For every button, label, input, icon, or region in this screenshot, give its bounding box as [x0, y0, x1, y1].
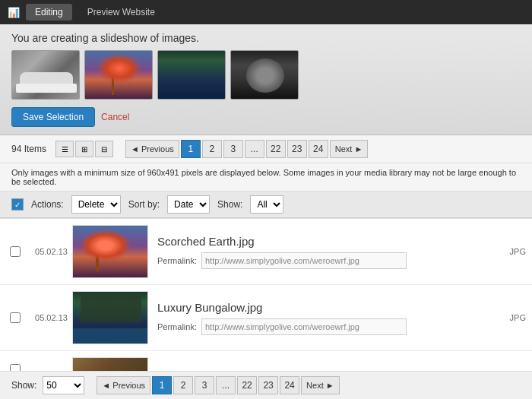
page-2-button-top[interactable]: 2: [202, 140, 222, 158]
row-title-2: Luxury Bungalow.jpg: [157, 301, 505, 314]
permalink-label-1: Permalink:: [157, 256, 197, 265]
slideshow-thumbnails: [11, 50, 521, 100]
thumbnail-car[interactable]: [11, 50, 80, 100]
tab-editing[interactable]: Editing: [26, 4, 72, 21]
page-22-button-bottom[interactable]: 22: [237, 376, 257, 394]
save-selection-button[interactable]: Save Selection: [11, 107, 95, 127]
row-checkbox-2[interactable]: [0, 312, 30, 323]
view-grid-small-button[interactable]: ⊞: [75, 141, 93, 157]
view-icons: ☰ ⊞ ⊟: [55, 141, 113, 157]
view-grid-large-button[interactable]: ⊟: [95, 141, 113, 157]
permalink-label-2: Permalink:: [157, 322, 197, 331]
permalink-input-2[interactable]: [201, 318, 407, 335]
prev-page-button-top[interactable]: ◄ Previous: [125, 140, 179, 158]
next-page-button-bottom[interactable]: Next ►: [301, 376, 340, 394]
row-permalink-1: Permalink:: [157, 252, 505, 269]
header-section: You are creating a slideshow of images. …: [0, 24, 532, 135]
table-row: 05.02.13 Scorched Earth.jpg Permalink: J…: [0, 219, 532, 285]
bottom-bar: Show: 50 ◄ Previous 1 2 3 ... 22 23 24 N…: [0, 371, 532, 399]
page-3-button-bottom[interactable]: 3: [195, 376, 214, 394]
chart-icon: 📊: [8, 7, 20, 18]
actions-bar: ✓ Actions: Delete Sort by: Date Show: Al…: [0, 192, 532, 218]
media-list: 05.02.13 Scorched Earth.jpg Permalink: J…: [0, 218, 532, 382]
row-date-1: 05.02.13: [30, 247, 72, 256]
action-buttons: Save Selection Cancel: [11, 107, 521, 127]
show-label-top: Show:: [217, 199, 242, 210]
page-24-button-bottom[interactable]: 24: [280, 376, 299, 394]
header-title: You are creating a slideshow of images.: [11, 32, 521, 44]
sortby-select[interactable]: Date: [167, 195, 210, 214]
permalink-input-1[interactable]: [201, 252, 407, 269]
row-permalink-2: Permalink:: [157, 318, 505, 335]
prev-page-button-bottom[interactable]: ◄ Previous: [97, 376, 150, 394]
row-thumbnail-2[interactable]: [72, 291, 148, 344]
row-ext-1: JPG: [505, 247, 532, 256]
warning-text: Only images with a minimum size of 960x4…: [0, 163, 532, 192]
bottom-pagination: ◄ Previous 1 2 3 ... 22 23 24 Next ►: [97, 376, 339, 394]
next-page-button-top[interactable]: Next ►: [330, 140, 369, 158]
items-count: 94 Items: [11, 144, 46, 154]
top-bar: 📊 Editing Preview Website: [0, 0, 532, 24]
row-info-2: Luxury Bungalow.jpg Permalink:: [157, 301, 505, 335]
page-1-button-bottom[interactable]: 1: [152, 376, 172, 394]
page-22-button-top[interactable]: 22: [266, 140, 286, 158]
actions-label: Actions:: [31, 199, 64, 210]
page-ellipsis-bottom: ...: [216, 376, 236, 394]
page-23-button-bottom[interactable]: 23: [258, 376, 278, 394]
items-bar: 94 Items ☰ ⊞ ⊟ ◄ Previous 1 2 3 ... 22 2…: [0, 135, 532, 163]
tab-preview-website[interactable]: Preview Website: [78, 4, 164, 21]
page-2-button-bottom[interactable]: 2: [173, 376, 193, 394]
view-list-button[interactable]: ☰: [55, 141, 74, 157]
row-thumbnail-1[interactable]: [72, 225, 148, 278]
page-3-button-top[interactable]: 3: [223, 140, 243, 158]
top-pagination: ◄ Previous 1 2 3 ... 22 23 24 Next ►: [125, 140, 368, 158]
row-ext-2: JPG: [505, 313, 532, 322]
row-info-1: Scorched Earth.jpg Permalink:: [157, 235, 505, 269]
show-select-top[interactable]: All: [250, 195, 283, 214]
page-24-button-top[interactable]: 24: [309, 140, 328, 158]
show-select-bottom[interactable]: 50: [43, 376, 84, 394]
thumbnail-woman[interactable]: [230, 50, 299, 100]
row-date-2: 05.02.13: [30, 313, 72, 322]
sortby-label: Sort by:: [128, 199, 160, 210]
show-label-bottom: Show:: [11, 380, 36, 391]
page-23-button-top[interactable]: 23: [287, 140, 307, 158]
thumbnail-tree[interactable]: [84, 50, 153, 100]
checkbox-2[interactable]: [10, 312, 21, 323]
page-1-button-top[interactable]: 1: [181, 140, 201, 158]
select-all-checkbox[interactable]: ✓: [11, 198, 24, 211]
actions-select[interactable]: Delete: [71, 195, 121, 214]
thumbnail-house[interactable]: [157, 50, 226, 100]
page-ellipsis-top: ...: [245, 140, 264, 158]
row-title-1: Scorched Earth.jpg: [157, 235, 505, 248]
row-checkbox-1[interactable]: [0, 246, 30, 257]
table-row: 05.02.13 Luxury Bungalow.jpg Permalink: …: [0, 285, 532, 351]
checkbox-1[interactable]: [10, 246, 21, 257]
cancel-button[interactable]: Cancel: [101, 112, 129, 122]
